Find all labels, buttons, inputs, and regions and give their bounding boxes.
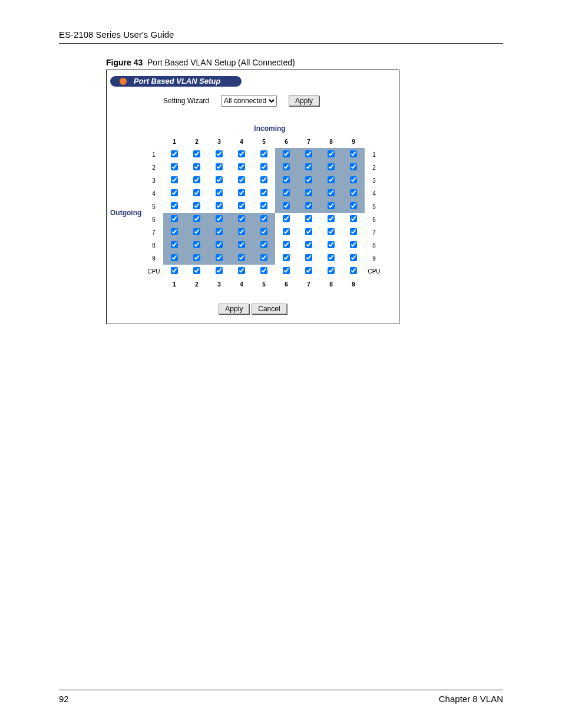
vlan-checkbox[interactable] <box>193 228 200 235</box>
vlan-checkbox[interactable] <box>260 215 267 222</box>
vlan-checkbox[interactable] <box>171 189 178 196</box>
vlan-checkbox[interactable] <box>350 267 357 274</box>
vlan-checkbox[interactable] <box>283 228 290 235</box>
vlan-checkbox[interactable] <box>350 189 357 196</box>
vlan-checkbox[interactable] <box>350 176 357 183</box>
vlan-checkbox[interactable] <box>260 176 267 183</box>
vlan-checkbox[interactable] <box>216 215 223 222</box>
vlan-checkbox[interactable] <box>328 150 335 157</box>
vlan-checkbox[interactable] <box>328 254 335 261</box>
vlan-checkbox[interactable] <box>216 228 223 235</box>
vlan-checkbox[interactable] <box>238 228 245 235</box>
vlan-checkbox[interactable] <box>238 189 245 196</box>
vlan-checkbox[interactable] <box>171 241 178 248</box>
vlan-checkbox[interactable] <box>328 215 335 222</box>
vlan-checkbox[interactable] <box>193 163 200 170</box>
vlan-checkbox[interactable] <box>193 176 200 183</box>
vlan-checkbox[interactable] <box>238 254 245 261</box>
vlan-checkbox[interactable] <box>238 241 245 248</box>
vlan-cell <box>320 174 342 187</box>
vlan-checkbox[interactable] <box>193 241 200 248</box>
vlan-checkbox[interactable] <box>171 215 178 222</box>
vlan-checkbox[interactable] <box>260 267 267 274</box>
vlan-checkbox[interactable] <box>171 176 178 183</box>
vlan-checkbox[interactable] <box>171 163 178 170</box>
cancel-button[interactable]: Cancel <box>252 304 286 314</box>
vlan-checkbox[interactable] <box>216 189 223 196</box>
vlan-checkbox[interactable] <box>328 202 335 209</box>
vlan-checkbox[interactable] <box>350 241 357 248</box>
vlan-checkbox[interactable] <box>305 189 312 196</box>
vlan-checkbox[interactable] <box>260 254 267 261</box>
vlan-checkbox[interactable] <box>350 228 357 235</box>
vlan-checkbox[interactable] <box>328 189 335 196</box>
wizard-select[interactable]: All connected <box>221 95 277 107</box>
vlan-checkbox[interactable] <box>260 163 267 170</box>
vlan-checkbox[interactable] <box>260 150 267 157</box>
vlan-checkbox[interactable] <box>305 176 312 183</box>
vlan-checkbox[interactable] <box>171 267 178 274</box>
vlan-checkbox[interactable] <box>238 150 245 157</box>
vlan-checkbox[interactable] <box>193 254 200 261</box>
vlan-checkbox[interactable] <box>305 254 312 261</box>
vlan-checkbox[interactable] <box>283 189 290 196</box>
vlan-checkbox[interactable] <box>305 150 312 157</box>
wizard-apply-button[interactable]: Apply <box>289 95 319 106</box>
vlan-checkbox[interactable] <box>305 215 312 222</box>
vlan-checkbox[interactable] <box>283 202 290 209</box>
vlan-checkbox[interactable] <box>260 228 267 235</box>
vlan-checkbox[interactable] <box>350 150 357 157</box>
vlan-checkbox[interactable] <box>283 241 290 248</box>
vlan-checkbox[interactable] <box>328 228 335 235</box>
vlan-checkbox[interactable] <box>350 202 357 209</box>
vlan-checkbox[interactable] <box>305 228 312 235</box>
vlan-checkbox[interactable] <box>328 267 335 274</box>
vlan-checkbox[interactable] <box>193 189 200 196</box>
vlan-checkbox[interactable] <box>328 176 335 183</box>
vlan-checkbox[interactable] <box>305 241 312 248</box>
col-header: 3 <box>208 135 230 148</box>
vlan-checkbox[interactable] <box>260 189 267 196</box>
vlan-checkbox[interactable] <box>283 215 290 222</box>
vlan-checkbox[interactable] <box>238 202 245 209</box>
vlan-checkbox[interactable] <box>260 202 267 209</box>
vlan-checkbox[interactable] <box>260 241 267 248</box>
vlan-checkbox[interactable] <box>328 163 335 170</box>
col-footer: 9 <box>342 278 365 291</box>
vlan-checkbox[interactable] <box>171 228 178 235</box>
vlan-checkbox[interactable] <box>171 202 178 209</box>
col-header: 9 <box>342 135 365 148</box>
vlan-checkbox[interactable] <box>238 176 245 183</box>
vlan-checkbox[interactable] <box>283 163 290 170</box>
vlan-checkbox[interactable] <box>283 267 290 274</box>
vlan-checkbox[interactable] <box>283 150 290 157</box>
vlan-checkbox[interactable] <box>238 163 245 170</box>
apply-button[interactable]: Apply <box>219 304 249 314</box>
vlan-checkbox[interactable] <box>193 215 200 222</box>
vlan-checkbox[interactable] <box>216 176 223 183</box>
col-header: 6 <box>275 135 297 148</box>
vlan-checkbox[interactable] <box>305 202 312 209</box>
vlan-checkbox[interactable] <box>305 163 312 170</box>
vlan-checkbox[interactable] <box>238 215 245 222</box>
vlan-checkbox[interactable] <box>350 254 357 261</box>
vlan-checkbox[interactable] <box>216 163 223 170</box>
vlan-checkbox[interactable] <box>171 150 178 157</box>
vlan-checkbox[interactable] <box>350 163 357 170</box>
vlan-checkbox[interactable] <box>238 267 245 274</box>
vlan-checkbox[interactable] <box>193 150 200 157</box>
vlan-checkbox[interactable] <box>305 267 312 274</box>
vlan-checkbox[interactable] <box>283 176 290 183</box>
vlan-checkbox[interactable] <box>193 202 200 209</box>
vlan-checkbox[interactable] <box>328 241 335 248</box>
vlan-checkbox[interactable] <box>216 150 223 157</box>
vlan-checkbox[interactable] <box>350 215 357 222</box>
vlan-checkbox[interactable] <box>171 254 178 261</box>
vlan-checkbox[interactable] <box>216 267 223 274</box>
vlan-checkbox[interactable] <box>216 241 223 248</box>
vlan-checkbox[interactable] <box>216 254 223 261</box>
vlan-checkbox[interactable] <box>216 202 223 209</box>
ribbon-cap-icon <box>110 76 131 87</box>
vlan-checkbox[interactable] <box>283 254 290 261</box>
vlan-checkbox[interactable] <box>193 267 200 274</box>
